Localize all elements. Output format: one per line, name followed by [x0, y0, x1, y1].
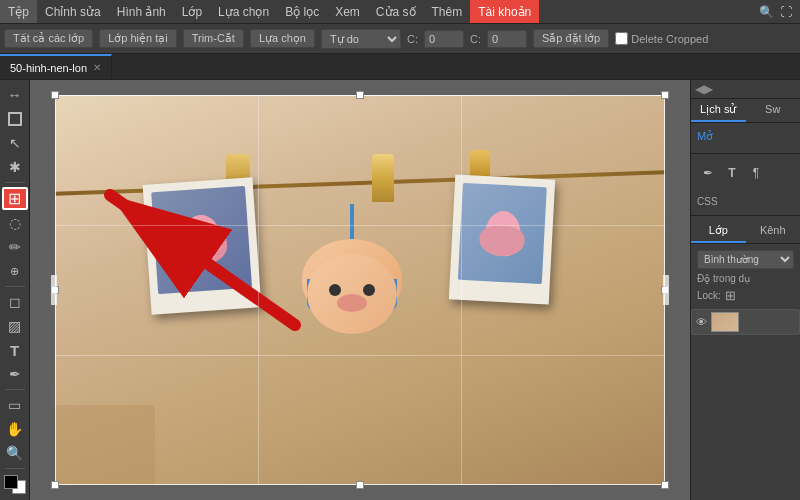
menu-add[interactable]: Thêm [424, 0, 471, 23]
tab-bar: 50-hinh-nen-lon ✕ [0, 54, 800, 80]
mode-select[interactable]: Tự do [321, 29, 401, 49]
magic-wand-icon: ✱ [9, 159, 21, 175]
panel-tool-icons: ✒ T ¶ [691, 158, 800, 188]
panel-header: ◀▶ [691, 80, 800, 99]
eraser-icon: ◻ [9, 294, 21, 310]
css-label: CSS [691, 192, 800, 211]
heal-tool[interactable]: ◌ [2, 212, 28, 234]
scene [55, 95, 665, 485]
marquee-tool[interactable] [2, 108, 28, 130]
c-label-1: C: [407, 33, 418, 45]
tab-main-file[interactable]: 50-hinh-nen-lon ✕ [0, 54, 112, 79]
zoom-icon: 🔍 [6, 445, 23, 461]
tab-history[interactable]: Lịch sử [691, 99, 746, 122]
furniture-left [55, 405, 155, 485]
right-panel: ◀▶ Lịch sử Sw Mở ✒ T ¶ CSS Lớp [690, 80, 800, 500]
gradient-tool[interactable]: ▨ [2, 315, 28, 337]
menu-layer[interactable]: Lớp [174, 0, 210, 23]
tab-channels[interactable]: Kênh [746, 220, 801, 243]
eraser-tool[interactable]: ◻ [2, 291, 28, 313]
tab-layers[interactable]: Lớp [691, 220, 746, 243]
pen-icon: ✒ [9, 366, 21, 382]
arrange-layer-btn[interactable]: Sắp đặt lớp [533, 29, 609, 48]
color-swatch-area[interactable] [4, 475, 26, 494]
menu-bar: Tệp Chỉnh sửa Hình ảnh Lớp Lựa chọn Bộ l… [0, 0, 800, 24]
stamp-tool[interactable]: ⊕ [2, 260, 28, 282]
crop-icon: ⊞ [8, 189, 21, 208]
paragraph-icon: ¶ [753, 166, 759, 180]
text-tool[interactable]: T [2, 339, 28, 361]
menu-image[interactable]: Hình ảnh [109, 0, 174, 23]
layer-thumbnail [711, 312, 739, 332]
menu-window[interactable]: Cửa số [368, 0, 424, 23]
marquee-icon [8, 112, 22, 126]
tab-sw[interactable]: Sw [746, 99, 801, 122]
foreground-color-swatch[interactable] [4, 475, 18, 489]
panel-tool-2[interactable]: T [721, 162, 743, 184]
crop-tool[interactable]: ⊞ [2, 187, 28, 210]
menu-edit[interactable]: Chỉnh sửa [37, 0, 109, 23]
delete-cropped-label: Delete Cropped [631, 33, 708, 45]
photo-card-right [448, 174, 554, 304]
tool-separator-4 [5, 468, 25, 469]
tab-label: 50-hinh-nen-lon [10, 62, 87, 74]
trim-btn[interactable]: Trim-Cắt [183, 29, 244, 48]
opacity-row: Độ trong dụ [697, 273, 794, 284]
layers-section: Bình thường Độ trong dụ Lock: ⊞ [691, 244, 800, 309]
lock-row: Lock: ⊞ [697, 288, 794, 303]
tool-separator-2 [5, 286, 25, 287]
gradient-icon: ▨ [8, 318, 21, 334]
lasso-tool[interactable]: ↖ [2, 132, 28, 154]
fullscreen-icon[interactable]: ⛶ [780, 5, 792, 19]
panel-tool-3[interactable]: ¶ [745, 162, 767, 184]
main-area: ↔ ↖ ✱ ⊞ ◌ ✏ ⊕ ◻ [0, 80, 800, 500]
menu-account[interactable]: Tài khoản [470, 0, 539, 23]
move-icon: ↔ [8, 87, 22, 103]
pen-tool[interactable]: ✒ [2, 363, 28, 385]
brush-icon: ✏ [9, 239, 21, 255]
current-layer-btn[interactable]: Lớp hiện tại [99, 29, 177, 48]
clothespin-center [372, 154, 394, 202]
lock-label: Lock: [697, 290, 721, 301]
menu-view[interactable]: Xem [327, 0, 368, 23]
tool-separator-3 [5, 389, 25, 390]
lock-icon[interactable]: ⊞ [725, 288, 736, 303]
menu-right-icons: 🔍 ⛶ [759, 5, 800, 19]
all-layers-btn[interactable]: Tất cả các lớp [4, 29, 93, 48]
menu-select[interactable]: Lựa chọn [210, 0, 277, 23]
stamp-icon: ⊕ [10, 265, 19, 278]
history-section: Mở [691, 123, 800, 149]
menu-file[interactable]: Tệp [0, 0, 37, 23]
canvas-area [30, 80, 690, 500]
shape-tool[interactable]: ▭ [2, 394, 28, 416]
text-tool-icon: T [728, 166, 735, 180]
tab-close-btn[interactable]: ✕ [93, 62, 101, 73]
photo-card-left [142, 177, 261, 314]
magic-wand-tool[interactable]: ✱ [2, 156, 28, 178]
panel-tabs-history: Lịch sử Sw [691, 99, 800, 123]
zoom-tool[interactable]: 🔍 [2, 442, 28, 464]
panel-tool-1[interactable]: ✒ [697, 162, 719, 184]
heal-icon: ◌ [9, 215, 21, 231]
panel-sep-1 [691, 153, 800, 154]
menu-filter[interactable]: Bộ lọc [277, 0, 327, 23]
panel-tabs-layers: Lớp Kênh [691, 220, 800, 244]
c-input-2[interactable] [487, 30, 527, 48]
blend-mode-select[interactable]: Bình thường [697, 250, 794, 269]
search-icon[interactable]: 🔍 [759, 5, 774, 19]
shape-icon: ▭ [8, 397, 21, 413]
main-pig [287, 204, 417, 364]
tool-separator-1 [5, 182, 25, 183]
selection-btn[interactable]: Lựa chọn [250, 29, 315, 48]
panel-sep-2 [691, 215, 800, 216]
delete-cropped-checkbox[interactable] [615, 32, 628, 45]
layer-visibility-eye[interactable]: 👁 [696, 316, 707, 328]
open-link[interactable]: Mở [697, 130, 713, 142]
c-label-2: C: [470, 33, 481, 45]
panel-collapse-btn[interactable]: ◀▶ [691, 80, 717, 98]
brush-tool[interactable]: ✏ [2, 236, 28, 258]
hand-tool[interactable]: ✋ [2, 418, 28, 440]
c-input-1[interactable] [424, 30, 464, 48]
layer-row-0[interactable]: 👁 [691, 309, 800, 335]
move-tool[interactable]: ↔ [2, 84, 28, 106]
